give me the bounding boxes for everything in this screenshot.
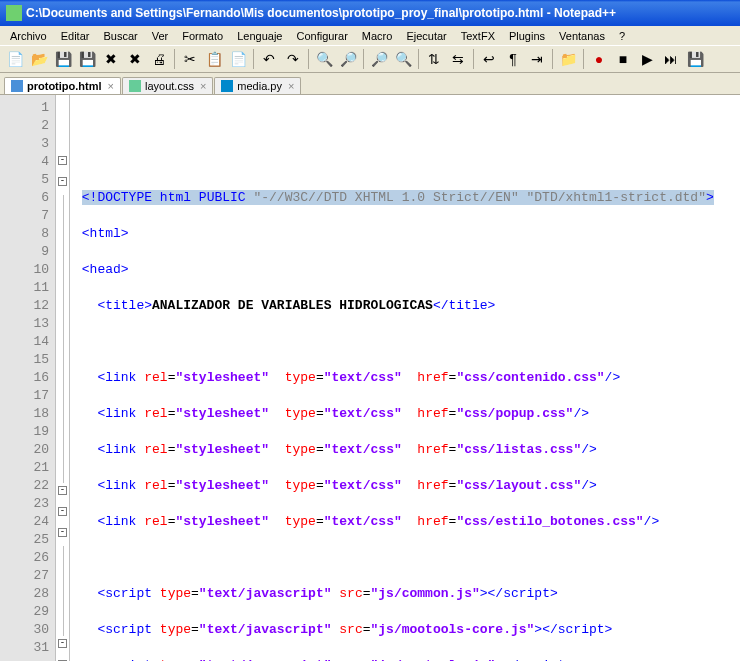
zoom-in-icon[interactable]: 🔎 <box>368 48 390 70</box>
separator-icon <box>552 49 553 69</box>
stop-icon[interactable]: ■ <box>612 48 634 70</box>
replace-icon[interactable]: 🔎 <box>337 48 359 70</box>
title-text: ANALIZADOR DE VARIABLES HIDROLOGICAS <box>152 298 433 313</box>
play-multi-icon[interactable]: ⏭ <box>660 48 682 70</box>
html-file-icon <box>11 80 23 92</box>
indent-icon[interactable]: ⇥ <box>526 48 548 70</box>
tab-bar: prototipo.html× layout.css× media.py× <box>0 73 740 95</box>
separator-icon <box>418 49 419 69</box>
tab-prototipo[interactable]: prototipo.html× <box>4 77 121 94</box>
doctype-str1: "-//W3C//DTD XHTML 1.0 Strict//EN" <box>253 190 518 205</box>
close-icon[interactable]: ✖ <box>100 48 122 70</box>
head-open: <head> <box>82 262 129 277</box>
menu-help[interactable]: ? <box>613 29 631 43</box>
separator-icon <box>253 49 254 69</box>
line-gutter: 1234567891011121314151617181920212223242… <box>0 95 56 661</box>
tab-close-icon[interactable]: × <box>108 80 114 92</box>
print-icon[interactable]: 🖨 <box>148 48 170 70</box>
menu-archivo[interactable]: Archivo <box>4 29 53 43</box>
save-icon[interactable]: 💾 <box>52 48 74 70</box>
app-icon <box>6 5 22 21</box>
cut-icon[interactable]: ✂ <box>179 48 201 70</box>
menu-plugins[interactable]: Plugins <box>503 29 551 43</box>
allchars-icon[interactable]: ¶ <box>502 48 524 70</box>
paste-icon[interactable]: 📄 <box>227 48 249 70</box>
find-icon[interactable]: 🔍 <box>313 48 335 70</box>
tab-label: media.py <box>237 80 282 92</box>
separator-icon <box>174 49 175 69</box>
folder-icon[interactable]: 📁 <box>557 48 579 70</box>
editor-area: 1234567891011121314151617181920212223242… <box>0 95 740 661</box>
css-file-icon <box>129 80 141 92</box>
toolbar: 📄 📂 💾 💾 ✖ ✖ 🖨 ✂ 📋 📄 ↶ ↷ 🔍 🔎 🔎 🔍 ⇅ ⇆ ↩ ¶ … <box>0 45 740 73</box>
menu-formato[interactable]: Formato <box>176 29 229 43</box>
separator-icon <box>583 49 584 69</box>
doctype-str2: "DTD/xhtml1-strict.dtd" <box>527 190 706 205</box>
undo-icon[interactable]: ↶ <box>258 48 280 70</box>
tab-label: prototipo.html <box>27 80 102 92</box>
code-area[interactable]: <!DOCTYPE html PUBLIC "-//W3C//DTD XHTML… <box>70 95 740 661</box>
tab-close-icon[interactable]: × <box>288 80 294 92</box>
window-title: C:\Documents and Settings\Fernando\Mis d… <box>26 6 616 20</box>
copy-icon[interactable]: 📋 <box>203 48 225 70</box>
separator-icon <box>308 49 309 69</box>
close-all-icon[interactable]: ✖ <box>124 48 146 70</box>
menu-configurar[interactable]: Configurar <box>290 29 353 43</box>
sync-h-icon[interactable]: ⇆ <box>447 48 469 70</box>
tab-label: layout.css <box>145 80 194 92</box>
py-file-icon <box>221 80 233 92</box>
new-file-icon[interactable]: 📄 <box>4 48 26 70</box>
fold-gutter: ------- <box>56 95 70 661</box>
window-titlebar: C:\Documents and Settings\Fernando\Mis d… <box>0 0 740 26</box>
zoom-out-icon[interactable]: 🔍 <box>392 48 414 70</box>
menu-bar: Archivo Editar Buscar Ver Formato Lengua… <box>0 26 740 45</box>
open-file-icon[interactable]: 📂 <box>28 48 50 70</box>
play-icon[interactable]: ▶ <box>636 48 658 70</box>
wrap-icon[interactable]: ↩ <box>478 48 500 70</box>
menu-ejecutar[interactable]: Ejecutar <box>400 29 452 43</box>
tab-layout[interactable]: layout.css× <box>122 77 213 94</box>
tab-media[interactable]: media.py× <box>214 77 301 94</box>
save-all-icon[interactable]: 💾 <box>76 48 98 70</box>
save-macro-icon[interactable]: 💾 <box>684 48 706 70</box>
menu-macro[interactable]: Macro <box>356 29 399 43</box>
html-open: <html> <box>82 226 129 241</box>
redo-icon[interactable]: ↷ <box>282 48 304 70</box>
menu-buscar[interactable]: Buscar <box>97 29 143 43</box>
record-icon[interactable]: ● <box>588 48 610 70</box>
sync-v-icon[interactable]: ⇅ <box>423 48 445 70</box>
separator-icon <box>363 49 364 69</box>
menu-lenguaje[interactable]: Lenguaje <box>231 29 288 43</box>
menu-ventanas[interactable]: Ventanas <box>553 29 611 43</box>
separator-icon <box>473 49 474 69</box>
menu-ver[interactable]: Ver <box>146 29 175 43</box>
menu-editar[interactable]: Editar <box>55 29 96 43</box>
menu-textfx[interactable]: TextFX <box>455 29 501 43</box>
tab-close-icon[interactable]: × <box>200 80 206 92</box>
